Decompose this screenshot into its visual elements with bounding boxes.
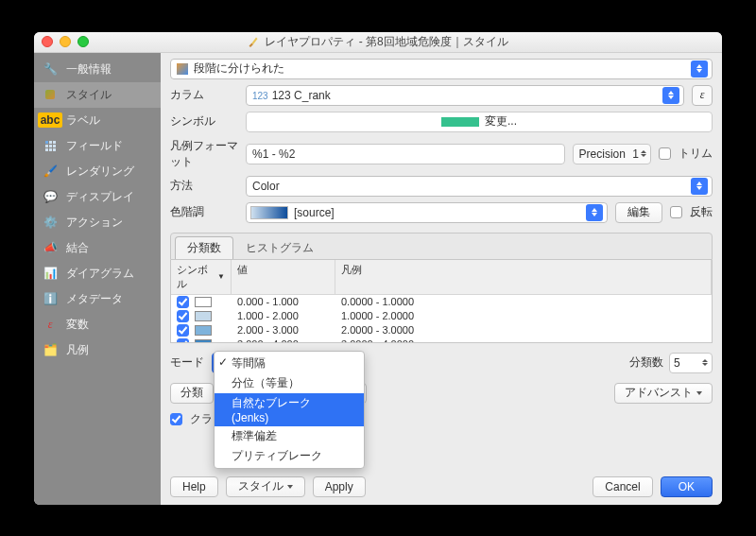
precision-stepper[interactable]: Precision 1 [573, 144, 651, 164]
chevron-updown-icon [691, 178, 708, 195]
mode-menu-item[interactable]: 標準偏差 [215, 426, 364, 446]
row-checkbox[interactable] [177, 324, 189, 337]
field-icon: 123 [252, 91, 268, 101]
legend-format-label: 凡例フォーマット [170, 138, 238, 170]
graduated-icon [177, 63, 188, 75]
sidebar-item-label: 結合 [66, 240, 89, 256]
info-icon: ℹ️ [42, 292, 59, 305]
sidebar-item-rendering[interactable]: 🖌️ レンダリング [34, 159, 161, 184]
gradient-icon [250, 206, 288, 219]
invert-checkbox[interactable] [670, 206, 682, 218]
brush-icon: 🖌️ [42, 164, 59, 178]
sidebar-item-label: 変数 [66, 317, 89, 333]
sidebar-item-label: レンダリング [66, 164, 134, 180]
sidebar-item-display[interactable]: 💬 ディスプレイ [34, 184, 161, 210]
table-row[interactable]: 0.000 - 1.0000.0000 - 1.0000 [171, 295, 712, 309]
sidebar-item-join[interactable]: 📣 結合 [34, 235, 161, 261]
symbol-swatch [195, 297, 212, 307]
paintbrush-icon [248, 36, 259, 47]
row-legend: 1.0000 - 2.0000 [341, 310, 706, 321]
symbol-change-button[interactable]: 変更... [246, 112, 713, 132]
table-icon [42, 139, 59, 152]
sidebar-item-action[interactable]: ⚙️ アクション [34, 210, 161, 235]
sidebar-item-general[interactable]: 🔧 一般情報 [34, 57, 161, 82]
header-value[interactable]: 値 [232, 260, 335, 294]
header-symbol[interactable]: シンボル [171, 260, 232, 294]
row-checkbox[interactable] [177, 338, 189, 343]
sidebar-item-style[interactable]: スタイル [34, 82, 161, 108]
mode-menu-item[interactable]: プリティブレーク [215, 446, 364, 466]
ok-button[interactable]: OK [661, 476, 713, 497]
table-row[interactable]: 2.000 - 3.0002.0000 - 3.0000 [171, 323, 712, 337]
sidebar-item-label: 凡例 [66, 342, 89, 358]
mode-menu-item[interactable]: 自然なブレーク(Jenks) [215, 393, 364, 426]
classes-count-stepper[interactable]: 5 [669, 353, 713, 373]
chevron-updown-icon [691, 61, 708, 78]
expression-button[interactable]: ε [692, 85, 713, 106]
sidebar-item-label: 一般情報 [66, 61, 112, 78]
mode-menu: 等間隔分位（等量）自然なブレーク(Jenks)標準偏差プリティブレーク [214, 351, 365, 469]
epsilon-icon: ε [42, 318, 59, 331]
row-legend: 2.0000 - 3.0000 [341, 324, 706, 336]
row-value: 2.000 - 3.000 [237, 324, 341, 336]
row-legend: 0.0000 - 1.0000 [341, 296, 706, 307]
sidebar-item-label: アクション [66, 215, 123, 231]
help-button[interactable]: Help [170, 476, 218, 497]
advanced-button[interactable]: アドバンスト [614, 383, 713, 404]
edit-ramp-button[interactable]: 編集 [615, 202, 662, 223]
sidebar-item-diagram[interactable]: 📊 ダイアグラム [34, 261, 161, 286]
label-icon: abc [42, 113, 59, 127]
sidebar-item-legend[interactable]: 🗂️ 凡例 [34, 337, 161, 363]
row-value: 3.000 - 4.000 [237, 338, 341, 343]
tooltip-icon: 💬 [42, 190, 59, 203]
table-row[interactable]: 3.000 - 4.0003.0000 - 4.0000 [171, 337, 712, 343]
chart-icon: 📊 [42, 267, 59, 280]
sidebar-item-variables[interactable]: ε 変数 [34, 312, 161, 337]
color-ramp-dropdown[interactable]: [source] [246, 202, 608, 223]
classify-button[interactable]: 分類 [170, 383, 214, 404]
method-dropdown[interactable]: Color [246, 176, 713, 197]
chevron-updown-icon [702, 359, 708, 366]
wrench-icon: 🔧 [42, 62, 59, 76]
color-ramp-label: 色階調 [170, 204, 238, 220]
join-icon: 📣 [42, 241, 59, 254]
chevron-updown-icon [641, 150, 646, 157]
trim-label: トリム [679, 146, 713, 162]
symbol-swatch [195, 339, 212, 343]
paintbrush-icon [42, 88, 59, 101]
tab-classes[interactable]: 分類数 [175, 236, 233, 259]
row-value: 1.000 - 2.000 [237, 310, 341, 321]
symbol-preview [441, 117, 479, 127]
renderer-dropdown[interactable]: 段階に分けられた [170, 59, 713, 79]
apply-button[interactable]: Apply [313, 476, 366, 497]
sidebar-item-labels[interactable]: abc ラベル [34, 108, 161, 133]
sidebar-item-label: ダイアグラム [66, 266, 134, 282]
table-row[interactable]: 1.000 - 2.0001.0000 - 2.0000 [171, 309, 712, 323]
window-title: レイヤプロパティ - 第8回地域危険度｜スタイル [34, 34, 722, 50]
link-boundaries-checkbox[interactable] [170, 413, 182, 425]
row-checkbox[interactable] [177, 310, 189, 322]
column-dropdown[interactable]: 123123 C_rank [246, 85, 684, 106]
row-checkbox[interactable] [177, 296, 189, 308]
symbol-label: シンボル [170, 113, 238, 130]
header-legend[interactable]: 凡例 [335, 260, 712, 294]
symbol-swatch [195, 311, 212, 321]
trim-checkbox[interactable] [659, 147, 671, 160]
method-label: 方法 [170, 178, 238, 194]
symbol-swatch [195, 325, 212, 336]
legend-icon: 🗂️ [42, 343, 59, 356]
mode-label: モード [170, 354, 204, 371]
legend-format-input[interactable]: %1 - %2 [246, 144, 565, 164]
sidebar-item-metadata[interactable]: ℹ️ メタデータ [34, 286, 161, 312]
sidebar-item-fields[interactable]: フィールド [34, 133, 161, 159]
chevron-down-icon [696, 391, 702, 395]
chevron-down-icon [287, 485, 293, 489]
cancel-button[interactable]: Cancel [593, 476, 652, 497]
sidebar: 🔧 一般情報 スタイル abc ラベル フィールド 🖌️ レンダリング 💬 [34, 53, 161, 505]
tab-histogram[interactable]: ヒストグラム [233, 236, 326, 259]
mode-menu-item[interactable]: 分位（等量） [215, 373, 364, 393]
mode-menu-item[interactable]: 等間隔 [215, 354, 364, 373]
style-menu-button[interactable]: スタイル [226, 476, 305, 497]
sidebar-item-label: フィールド [66, 138, 123, 154]
sidebar-item-label: スタイル [66, 87, 112, 103]
